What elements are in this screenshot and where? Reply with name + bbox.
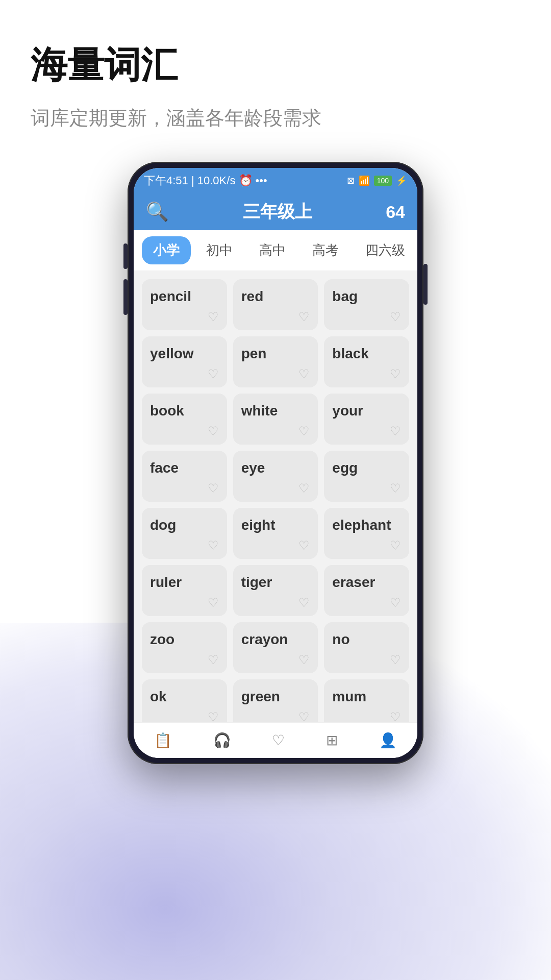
favorite-icon[interactable]: ♡: [298, 367, 310, 381]
word-card[interactable]: face ♡: [142, 451, 227, 502]
phone-screen: 下午4:51 | 10.0K/s ⏰ ••• ⊠ 📶 100 ⚡ 🔍 三年级上 …: [134, 168, 417, 758]
word-card[interactable]: zoo ♡: [142, 622, 227, 673]
favorite-icon[interactable]: ♡: [298, 424, 310, 438]
favorite-icon[interactable]: ♡: [298, 596, 310, 610]
word-card[interactable]: your ♡: [324, 394, 409, 445]
word-card[interactable]: book ♡: [142, 394, 227, 445]
word-card[interactable]: black ♡: [324, 336, 409, 387]
tab-gaokao[interactable]: 高考: [301, 236, 350, 264]
word-text: green: [241, 689, 280, 705]
word-text: red: [241, 288, 264, 305]
search-button[interactable]: 🔍: [146, 203, 169, 221]
nav-profile-icon: 👤: [379, 732, 397, 749]
word-card[interactable]: red ♡: [233, 279, 318, 330]
nav-study[interactable]: 🎧: [213, 732, 231, 749]
word-text: ok: [150, 689, 167, 705]
favorite-icon[interactable]: ♡: [390, 538, 401, 553]
word-card[interactable]: no ♡: [324, 622, 409, 673]
status-icons: ⊠ 📶 100 ⚡: [347, 175, 407, 186]
nav-vocabulary[interactable]: 📋: [154, 732, 172, 749]
nav-profile[interactable]: 👤: [379, 732, 397, 749]
favorite-icon[interactable]: ♡: [298, 653, 310, 667]
nav-vocabulary-icon: 📋: [154, 732, 172, 749]
tab-cet[interactable]: 四六级: [354, 236, 416, 264]
favorite-icon[interactable]: ♡: [390, 424, 401, 438]
favorite-icon[interactable]: ♡: [208, 653, 219, 667]
word-text: face: [150, 460, 179, 476]
nav-favorites[interactable]: ♡: [272, 732, 285, 749]
wifi-icon: 📶: [359, 175, 370, 186]
favorite-icon[interactable]: ♡: [298, 538, 310, 553]
word-text: eraser: [332, 574, 375, 591]
phone-wrapper: 下午4:51 | 10.0K/s ⏰ ••• ⊠ 📶 100 ⚡ 🔍 三年级上 …: [31, 162, 520, 764]
nav-study-icon: 🎧: [213, 732, 231, 749]
word-card[interactable]: elephant ♡: [324, 508, 409, 559]
word-card[interactable]: eight ♡: [233, 508, 318, 559]
word-text: tiger: [241, 574, 272, 591]
word-card[interactable]: pen ♡: [233, 336, 318, 387]
power-button: [423, 264, 428, 305]
phone-frame: 下午4:51 | 10.0K/s ⏰ ••• ⊠ 📶 100 ⚡ 🔍 三年级上 …: [128, 162, 423, 764]
word-card[interactable]: ruler ♡: [142, 565, 227, 616]
word-card[interactable]: white ♡: [233, 394, 318, 445]
charge-icon: ⚡: [396, 175, 407, 186]
bottom-nav: 📋 🎧 ♡ ⊞ 👤: [134, 722, 417, 758]
tab-high[interactable]: 高中: [248, 236, 297, 264]
filter-tabs: 小学 初中 高中 高考 四六级 全部: [134, 230, 417, 271]
word-card[interactable]: pencil ♡: [142, 279, 227, 330]
word-text: your: [332, 403, 363, 419]
favorite-icon[interactable]: ♡: [298, 310, 310, 324]
nav-discover-icon: ⊞: [326, 732, 338, 749]
favorite-icon[interactable]: ♡: [298, 481, 310, 496]
sim-icon: ⊠: [347, 175, 355, 186]
word-card[interactable]: bag ♡: [324, 279, 409, 330]
word-card[interactable]: egg ♡: [324, 451, 409, 502]
word-text: black: [332, 346, 369, 362]
favorite-icon[interactable]: ♡: [208, 538, 219, 553]
word-text: elephant: [332, 517, 391, 533]
word-text: dog: [150, 517, 176, 533]
volume-down-button: [123, 279, 128, 315]
word-card[interactable]: tiger ♡: [233, 565, 318, 616]
status-time: 下午4:51 | 10.0K/s ⏰ •••: [144, 173, 267, 188]
page-title: 海量词汇: [31, 41, 520, 90]
favorite-icon[interactable]: ♡: [390, 367, 401, 381]
word-card[interactable]: yellow ♡: [142, 336, 227, 387]
favorite-icon[interactable]: ♡: [208, 310, 219, 324]
favorite-icon[interactable]: ♡: [208, 367, 219, 381]
word-grid: pencil ♡ red ♡ bag ♡ yellow ♡ pen ♡ blac…: [134, 271, 417, 729]
favorite-icon[interactable]: ♡: [208, 424, 219, 438]
word-text: mum: [332, 689, 366, 705]
battery-icon: 100: [374, 176, 392, 186]
word-text: crayon: [241, 631, 288, 648]
word-card[interactable]: eye ♡: [233, 451, 318, 502]
favorite-icon[interactable]: ♡: [390, 596, 401, 610]
favorite-icon[interactable]: ♡: [390, 481, 401, 496]
favorite-icon[interactable]: ♡: [390, 653, 401, 667]
word-text: zoo: [150, 631, 174, 648]
favorite-icon[interactable]: ♡: [208, 481, 219, 496]
app-header: 🔍 三年级上 64: [134, 193, 417, 230]
word-text: egg: [332, 460, 358, 476]
header-count: 64: [386, 202, 405, 222]
nav-discover[interactable]: ⊞: [326, 732, 338, 749]
word-card[interactable]: crayon ♡: [233, 622, 318, 673]
word-text: yellow: [150, 346, 194, 362]
favorite-icon[interactable]: ♡: [390, 310, 401, 324]
word-card[interactable]: eraser ♡: [324, 565, 409, 616]
word-text: pencil: [150, 288, 191, 305]
favorite-icon[interactable]: ♡: [208, 596, 219, 610]
tab-primary[interactable]: 小学: [142, 236, 191, 264]
header-title: 三年级上: [243, 200, 312, 224]
word-text: bag: [332, 288, 358, 305]
tab-middle[interactable]: 初中: [195, 236, 244, 264]
word-text: eight: [241, 517, 276, 533]
word-text: pen: [241, 346, 267, 362]
word-text: no: [332, 631, 349, 648]
word-card[interactable]: dog ♡: [142, 508, 227, 559]
volume-up-button: [123, 243, 128, 269]
nav-favorites-icon: ♡: [272, 732, 285, 749]
page-content: 海量词汇 词库定期更新，涵盖各年龄段需求 下午4:51 | 10.0K/s ⏰ …: [0, 0, 551, 764]
status-bar: 下午4:51 | 10.0K/s ⏰ ••• ⊠ 📶 100 ⚡: [134, 168, 417, 193]
word-text: book: [150, 403, 184, 419]
